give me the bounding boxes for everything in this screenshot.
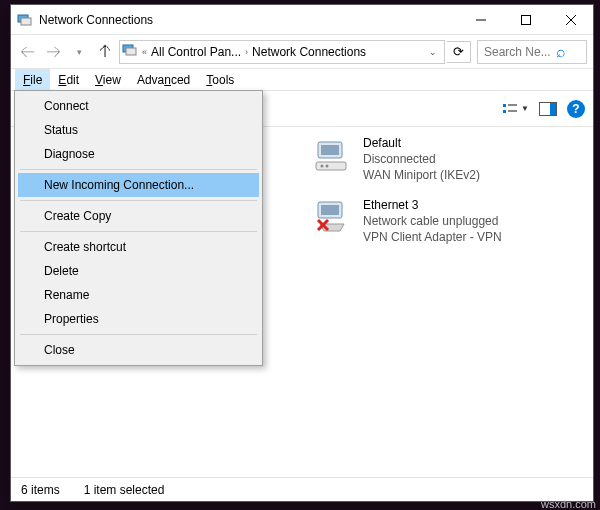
connection-device: WAN Miniport (IKEv2) (363, 167, 480, 183)
menu-item-close[interactable]: Close (18, 338, 259, 362)
forward-button[interactable]: 🡢 (41, 40, 65, 64)
menu-edit[interactable]: Edit (50, 69, 87, 90)
search-icon: ⌕ (556, 43, 566, 61)
svg-point-18 (326, 165, 329, 168)
menubar: File Edit View Advanced Tools Connect St… (11, 69, 593, 91)
menu-file[interactable]: File (15, 69, 50, 90)
svg-rect-10 (503, 110, 506, 113)
menu-item-delete[interactable]: Delete (18, 259, 259, 283)
menu-view[interactable]: View (87, 69, 129, 90)
menu-item-properties[interactable]: Properties (18, 307, 259, 331)
connection-item[interactable]: Default Disconnected WAN Miniport (IKEv2… (313, 135, 581, 183)
menu-tools[interactable]: Tools (198, 69, 242, 90)
chevron-right-icon: › (245, 47, 248, 57)
menu-item-create-shortcut[interactable]: Create shortcut (18, 235, 259, 259)
breadcrumb-item[interactable]: All Control Pan... (151, 45, 241, 59)
refresh-button[interactable]: ⟳ (447, 41, 471, 63)
menu-separator (20, 169, 257, 170)
close-button[interactable] (548, 5, 593, 34)
window-title: Network Connections (39, 13, 458, 27)
up-button[interactable]: 🡡 (93, 40, 117, 64)
svg-rect-8 (503, 104, 506, 107)
breadcrumb[interactable]: « All Control Pan... › Network Connectio… (119, 40, 445, 64)
menu-item-new-incoming-connection[interactable]: New Incoming Connection... (18, 173, 259, 197)
connection-status: Disconnected (363, 151, 480, 167)
connection-device: VPN Client Adapter - VPN (363, 229, 502, 245)
connection-status: Network cable unplugged (363, 213, 502, 229)
network-connections-window: Network Connections 🡠 🡢 ▾ 🡡 (10, 4, 594, 502)
chevron-left-icon: « (142, 47, 147, 57)
watermark: wsxdn.com (541, 498, 596, 510)
back-button[interactable]: 🡠 (15, 40, 39, 64)
connection-name: Ethernet 3 (363, 197, 502, 213)
svg-rect-20 (321, 205, 339, 215)
menu-separator (20, 334, 257, 335)
network-connections-icon (17, 12, 33, 28)
address-bar: 🡠 🡢 ▾ 🡡 « All Control Pan... › Network C… (11, 35, 593, 69)
connection-name: Default (363, 135, 480, 151)
selection-count: 1 item selected (84, 483, 165, 497)
modem-icon (313, 135, 355, 177)
minimize-button[interactable] (458, 5, 503, 34)
status-bar: 6 items 1 item selected (11, 477, 593, 501)
item-count: 6 items (21, 483, 60, 497)
svg-rect-11 (508, 110, 517, 112)
recent-locations-button[interactable]: ▾ (67, 40, 91, 64)
menu-item-rename[interactable]: Rename (18, 283, 259, 307)
view-options-button[interactable]: ▼ (503, 102, 529, 116)
breadcrumb-item[interactable]: Network Connections (252, 45, 366, 59)
help-button[interactable]: ? (567, 100, 585, 118)
menu-item-diagnose[interactable]: Diagnose (18, 142, 259, 166)
menu-advanced[interactable]: Advanced (129, 69, 198, 90)
connection-item[interactable]: Ethernet 3 Network cable unplugged VPN C… (313, 197, 581, 245)
svg-rect-15 (321, 145, 339, 155)
svg-rect-13 (550, 103, 556, 115)
control-panel-icon (122, 42, 138, 61)
svg-rect-1 (21, 18, 31, 25)
svg-rect-7 (126, 48, 136, 55)
menu-separator (20, 231, 257, 232)
menu-item-connect[interactable]: Connect (18, 94, 259, 118)
titlebar: Network Connections (11, 5, 593, 35)
svg-point-17 (321, 165, 324, 168)
chevron-down-icon[interactable]: ⌄ (424, 41, 442, 63)
menu-separator (20, 200, 257, 201)
svg-rect-9 (508, 104, 517, 106)
menu-item-create-copy[interactable]: Create Copy (18, 204, 259, 228)
menu-item-status[interactable]: Status (18, 118, 259, 142)
file-menu-dropdown: Connect Status Diagnose New Incoming Con… (14, 90, 263, 366)
search-box[interactable]: ⌕ (477, 40, 587, 64)
maximize-button[interactable] (503, 5, 548, 34)
svg-rect-3 (521, 15, 530, 24)
search-input[interactable] (482, 44, 552, 60)
network-adapter-icon (313, 197, 355, 239)
preview-pane-button[interactable] (539, 102, 557, 116)
